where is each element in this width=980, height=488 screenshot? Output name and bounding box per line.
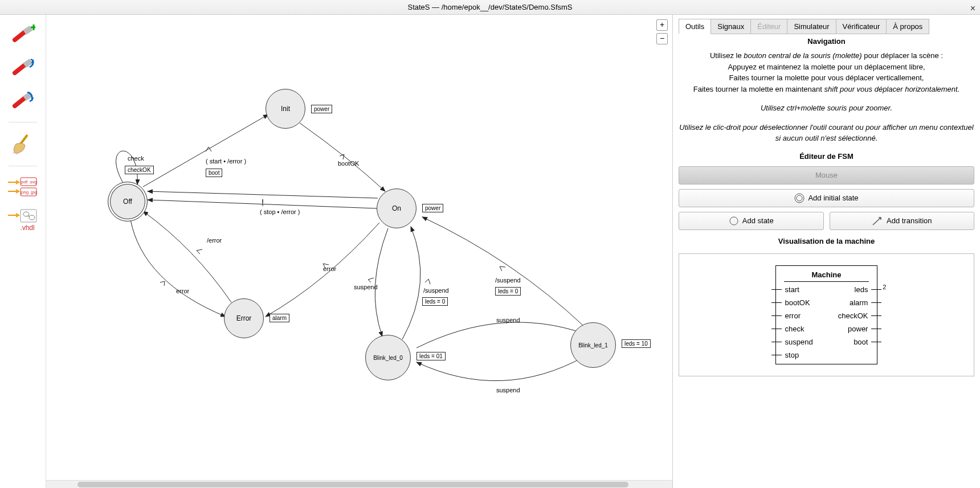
- state-output-error: alarm: [270, 314, 289, 322]
- zoom-in-button[interactable]: +: [656, 19, 668, 31]
- machine-title: Machine: [784, 270, 869, 282]
- usb-arrow-down-icon: [10, 90, 35, 110]
- state-label: Error: [236, 314, 252, 322]
- port-out: checkOK: [837, 311, 869, 320]
- clear-button[interactable]: [6, 130, 40, 158]
- nav-heading: Navigation: [679, 37, 974, 46]
- left-toolbar: .pdf .svg .png .jpg .vhdl: [0, 15, 46, 488]
- button-label: Add state: [742, 216, 774, 225]
- port-in: stop: [784, 351, 814, 359]
- editor-heading: Éditeur de FSM: [679, 152, 974, 161]
- port-in: start: [784, 285, 814, 294]
- zoom-out-button[interactable]: −: [656, 33, 668, 44]
- tool-mouse-button[interactable]: Mouse: [679, 166, 974, 184]
- initial-state-icon: [794, 193, 805, 203]
- export-image-button[interactable]: .pdf .svg .png .jpg: [6, 174, 40, 202]
- fsm-canvas[interactable]: + −: [46, 15, 672, 488]
- svg-point-8: [23, 212, 29, 216]
- edge-act: leds = 0: [422, 297, 448, 306]
- edge-act: leds = 0: [495, 287, 521, 296]
- toolbar-separator: [9, 166, 37, 166]
- export-image-icon: .pdf .svg .png .jpg: [7, 177, 39, 199]
- tab-apropos[interactable]: À propos: [887, 19, 929, 34]
- edge-cond: error: [176, 288, 189, 294]
- nav-help-text: Utilisez le bouton central de la souris …: [679, 50, 974, 95]
- horizontal-scrollbar[interactable]: [46, 480, 672, 488]
- tool-add-initial-state-button[interactable]: Add initial state: [679, 189, 974, 207]
- tab-simulateur[interactable]: Simulateur: [787, 19, 836, 34]
- tool-add-transition-button[interactable]: Add transition: [830, 212, 975, 230]
- edge-cond: error: [323, 265, 336, 272]
- state-label: Blink_led_1: [578, 342, 608, 348]
- tool-add-state-button[interactable]: Add state: [679, 212, 824, 230]
- output-ports: leds2 alarm checkOK power boot: [837, 285, 869, 359]
- port-in: check: [784, 325, 814, 333]
- nav-help-zoom: Utilisez ctrl+molette souris pour zoomer…: [679, 102, 974, 114]
- edge-cond: ( stop • /error ): [260, 208, 300, 215]
- state-init[interactable]: Init: [266, 89, 305, 129]
- edge-cond: suspend: [496, 387, 520, 393]
- button-label: Add initial state: [808, 194, 858, 202]
- button-label: Mouse: [815, 171, 838, 179]
- state-blink0[interactable]: Blink_led_0: [365, 335, 411, 380]
- machine-box: Machine start bootOK error check suspend…: [775, 265, 878, 364]
- tab-outils[interactable]: Outils: [679, 19, 711, 34]
- state-output-init: power: [311, 105, 332, 113]
- svg-point-12: [797, 195, 802, 201]
- button-label: Add transition: [887, 216, 932, 225]
- tab-editeur: Éditeur: [751, 19, 787, 34]
- edge-cond: /suspend: [495, 277, 521, 284]
- state-off[interactable]: Off: [108, 182, 148, 222]
- export-vhdl-icon: .vhdl: [7, 208, 39, 233]
- edge-act: boot: [206, 169, 222, 177]
- save-machine-button[interactable]: [6, 87, 40, 114]
- port-out: power: [837, 325, 869, 333]
- svg-text:.png .jpg: .png .jpg: [20, 190, 38, 195]
- edge-cond: check: [128, 155, 144, 162]
- svg-point-9: [29, 215, 35, 220]
- state-label: Off: [123, 198, 132, 206]
- svg-text:.pdf .svg: .pdf .svg: [20, 179, 37, 184]
- state-label: Blink_led_0: [373, 355, 403, 361]
- state-icon: [729, 216, 739, 226]
- edge-cond: suspend: [354, 284, 378, 290]
- toolbar-separator: [9, 122, 37, 122]
- port-in: suspend: [784, 338, 814, 346]
- machine-visualisation: Machine start bootOK error check suspend…: [679, 253, 974, 376]
- port-in: error: [784, 311, 814, 320]
- close-icon[interactable]: ×: [970, 1, 975, 16]
- export-vhdl-button[interactable]: .vhdl: [6, 207, 40, 235]
- state-label: On: [392, 204, 401, 212]
- window-title: StateS — /home/epok__/dev/StateS/Demo.Sf…: [407, 3, 572, 11]
- tab-bar: Outils Signaux Éditeur Simulateur Vérifi…: [679, 18, 974, 34]
- port-out: leds2: [837, 285, 869, 294]
- scrollbar-thumb[interactable]: [77, 482, 628, 487]
- right-panel: Outils Signaux Éditeur Simulateur Vérifi…: [672, 15, 980, 488]
- tab-signaux[interactable]: Signaux: [711, 19, 751, 34]
- edge-cond: /suspend: [423, 287, 449, 294]
- port-out: alarm: [837, 298, 869, 307]
- vis-heading: Visualisation de la machine: [679, 237, 974, 245]
- svg-point-13: [730, 217, 738, 225]
- port-out: boot: [837, 338, 869, 346]
- state-output-bl0: leds = 01: [416, 352, 446, 360]
- edge-cond: bootOK: [338, 160, 359, 167]
- nav-help-rclick: Utilisez le clic-droit pour déselectionn…: [679, 122, 974, 144]
- window-titlebar: StateS — /home/epok__/dev/StateS/Demo.Sf…: [0, 0, 980, 15]
- new-machine-button[interactable]: [6, 20, 40, 48]
- transition-icon: [872, 216, 883, 226]
- state-output-bl1: leds = 10: [622, 339, 651, 348]
- port-in: bootOK: [784, 298, 814, 307]
- state-label: Init: [281, 105, 290, 113]
- edge-cond: /error: [207, 237, 222, 244]
- usb-plus-icon: [10, 24, 35, 44]
- edge-cond: ( start • /error ): [206, 158, 246, 165]
- edge-cond: suspend: [496, 317, 520, 323]
- input-ports: start bootOK error check suspend stop: [784, 285, 814, 359]
- tab-verificateur[interactable]: Vérificateur: [836, 19, 887, 34]
- state-error[interactable]: Error: [224, 298, 264, 338]
- state-on[interactable]: On: [377, 188, 416, 228]
- svg-point-11: [795, 194, 804, 203]
- state-blink1[interactable]: Blink_led_1: [570, 322, 616, 368]
- open-machine-button[interactable]: [6, 54, 40, 81]
